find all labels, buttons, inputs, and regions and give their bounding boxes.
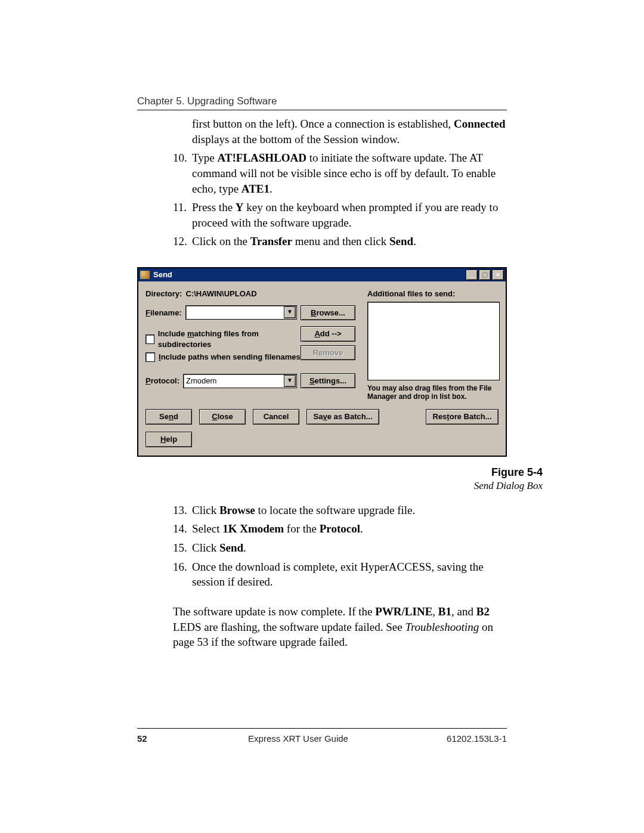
t: LEDS are flashing, the software update f… <box>173 621 405 633</box>
text: first button on the left). Once a connec… <box>192 117 454 130</box>
directory-value: C:\HAWIN\UPLOAD <box>185 289 256 299</box>
step-text: Click Browse to locate the software upgr… <box>192 503 507 518</box>
t: Click <box>192 541 219 554</box>
t: ATE1 <box>242 182 270 195</box>
t: Once the download is complete, exit Hype… <box>192 561 484 589</box>
t: Press the <box>192 201 236 213</box>
header-divider <box>137 110 507 110</box>
step-15: 15. Click Send. <box>173 540 507 556</box>
text-bold: Connected <box>454 117 506 130</box>
t: . <box>413 235 416 247</box>
send-button[interactable]: Send <box>145 409 192 425</box>
include-subdirs-checkbox[interactable] <box>145 335 154 344</box>
chevron-down-icon[interactable]: ▼ <box>284 375 296 387</box>
send-dialog: Send _ ▢ × Directory: C:\HAWIN\UPLOAD <box>137 267 507 456</box>
t: The software update is now complete. If … <box>173 605 375 618</box>
step-text: Select 1K Xmodem for the Protocol. <box>192 521 507 537</box>
include-subdirs-label: Include matching files from subdirectori… <box>158 329 301 349</box>
t: Transfer <box>250 235 292 247</box>
closing-paragraph: The software update is now complete. If … <box>173 604 507 650</box>
t: Browse <box>219 504 255 516</box>
t: . <box>243 541 246 554</box>
additional-files-listbox[interactable] <box>367 302 500 380</box>
filename-input[interactable]: ▼ <box>185 305 297 320</box>
add-button[interactable]: Add --> <box>301 326 355 342</box>
step-11: 11. Press the Y key on the keyboard when… <box>173 200 507 230</box>
step-number: 12. <box>173 234 192 249</box>
t: B1 <box>438 605 451 618</box>
t: Y <box>236 201 244 213</box>
step-number: 16. <box>173 559 192 590</box>
chevron-down-icon[interactable]: ▼ <box>284 306 296 318</box>
restore-batch-button[interactable]: Restore Batch... <box>426 409 499 425</box>
intro-fragment: first button on the left). Once a connec… <box>192 116 507 147</box>
t: Click on the <box>192 235 250 247</box>
maximize-icon: ▢ <box>479 270 491 280</box>
remove-button: Remove <box>301 345 355 361</box>
t: Send <box>219 541 243 554</box>
t: . <box>360 522 363 535</box>
step-number: 14. <box>173 521 192 537</box>
t: , <box>432 605 438 618</box>
t: 1K Xmodem <box>222 522 284 535</box>
step-text: Press the Y key on the keyboard when pro… <box>192 200 507 230</box>
step-number: 13. <box>173 503 192 518</box>
chapter-header: Chapter 5. Upgrading Software <box>137 95 507 107</box>
include-paths-checkbox[interactable] <box>145 352 155 362</box>
step-12: 12. Click on the Transfer menu and then … <box>173 234 507 249</box>
step-13: 13. Click Browse to locate the software … <box>173 503 507 518</box>
close-icon[interactable]: × <box>492 270 504 280</box>
step-text: Click on the Transfer menu and then clic… <box>192 234 507 249</box>
footer-divider <box>137 728 507 729</box>
browse-button[interactable]: Browse... <box>301 305 355 321</box>
page-number: 52 <box>137 733 173 744</box>
step-number: 15. <box>173 540 192 556</box>
save-batch-button[interactable]: Save as Batch... <box>306 409 379 425</box>
t: Send <box>389 235 413 247</box>
t: Click <box>192 504 219 516</box>
t: Troubleshooting <box>405 621 479 633</box>
step-text: Once the download is complete, exit Hype… <box>192 559 507 590</box>
figure-title: Figure 5-4 <box>173 465 543 479</box>
t: , and <box>451 605 476 618</box>
t: for the <box>284 522 320 535</box>
filename-label: Filename: <box>145 308 182 318</box>
help-button[interactable]: Help <box>145 432 192 447</box>
t: PWR/LINE <box>375 605 432 618</box>
settings-button[interactable]: Settings... <box>301 373 355 389</box>
figure-subtitle: Send Dialog Box <box>173 479 543 493</box>
text: displays at the bottom of the Session wi… <box>192 133 400 145</box>
t: Select <box>192 522 222 535</box>
protocol-select[interactable]: Zmodem ▼ <box>183 374 297 388</box>
t: to locate the software upgrade file. <box>255 504 416 516</box>
include-paths-label: Include paths when sending filenames <box>159 352 301 363</box>
t: menu and then click <box>292 235 389 247</box>
step-10: 10. Type AT!FLASHLOAD to initiate the so… <box>173 150 507 196</box>
drag-hint: You may also drag files from the File Ma… <box>367 384 499 401</box>
cancel-button[interactable]: Cancel <box>253 409 299 425</box>
step-text: Type AT!FLASHLOAD to initiate the softwa… <box>192 150 507 196</box>
t: Type <box>192 151 217 164</box>
step-number: 11. <box>173 200 192 230</box>
step-14: 14. Select 1K Xmodem for the Protocol. <box>173 521 507 537</box>
footer-guide-title: Express XRT User Guide <box>173 733 423 744</box>
step-number: 10. <box>173 150 192 196</box>
t: B2 <box>476 605 490 618</box>
t: AT!FLASHLOAD <box>217 151 306 164</box>
step-text: Click Send. <box>192 540 507 556</box>
step-16: 16. Once the download is complete, exit … <box>173 559 507 590</box>
app-icon <box>140 271 150 279</box>
dialog-title: Send <box>153 270 172 280</box>
footer-doc-id: 61202.153L3-1 <box>423 733 507 744</box>
t: . <box>270 182 273 195</box>
close-button[interactable]: Close <box>199 409 246 425</box>
directory-label: Directory: <box>145 289 182 299</box>
t: Protocol <box>320 522 360 535</box>
protocol-label: Protocol: <box>145 376 179 386</box>
minimize-icon[interactable]: _ <box>466 270 478 280</box>
additional-files-label: Additional files to send: <box>367 289 499 299</box>
protocol-value: Zmodem <box>186 376 216 386</box>
titlebar[interactable]: Send _ ▢ × <box>138 268 506 281</box>
